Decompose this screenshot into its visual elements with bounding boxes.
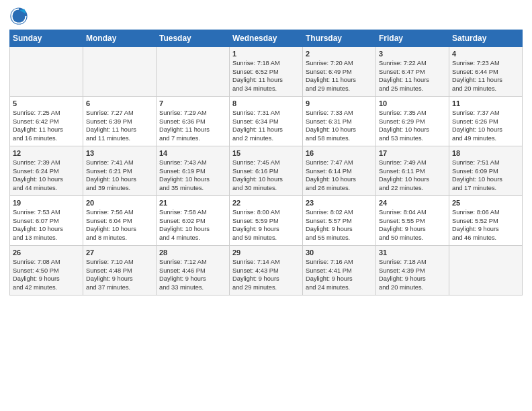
calendar-cell: 4Sunrise: 7:23 AM Sunset: 6:44 PM Daylig… bbox=[449, 47, 523, 97]
cell-content: Sunrise: 7:14 AM Sunset: 4:43 PM Dayligh… bbox=[232, 258, 300, 291]
cell-content: Sunrise: 7:56 AM Sunset: 6:04 PM Dayligh… bbox=[86, 208, 153, 242]
cell-content: Sunrise: 7:39 AM Sunset: 6:24 PM Dayligh… bbox=[13, 158, 80, 192]
day-number: 5 bbox=[13, 99, 80, 107]
calendar-cell: 25Sunrise: 8:06 AM Sunset: 5:52 PM Dayli… bbox=[449, 196, 523, 246]
cell-content: Sunrise: 7:35 AM Sunset: 6:29 PM Dayligh… bbox=[379, 109, 446, 142]
cell-content: Sunrise: 8:06 AM Sunset: 5:52 PM Dayligh… bbox=[452, 208, 519, 242]
calendar-cell: 30Sunrise: 7:16 AM Sunset: 4:41 PM Dayli… bbox=[303, 246, 376, 295]
calendar-cell: 21Sunrise: 7:58 AM Sunset: 6:02 PM Dayli… bbox=[157, 196, 230, 246]
day-number: 31 bbox=[379, 248, 446, 257]
day-number: 21 bbox=[159, 199, 226, 207]
day-number: 10 bbox=[379, 99, 446, 107]
calendar-cell: 17Sunrise: 7:49 AM Sunset: 6:11 PM Dayli… bbox=[376, 146, 449, 196]
cell-content: Sunrise: 7:22 AM Sunset: 6:47 PM Dayligh… bbox=[379, 59, 446, 93]
calendar-cell: 27Sunrise: 7:10 AM Sunset: 4:48 PM Dayli… bbox=[83, 246, 157, 295]
day-number: 28 bbox=[159, 248, 226, 257]
calendar-cell bbox=[10, 47, 83, 97]
day-number: 27 bbox=[86, 248, 153, 257]
calendar-cell: 15Sunrise: 7:45 AM Sunset: 6:16 PM Dayli… bbox=[230, 146, 303, 196]
cell-content: Sunrise: 8:02 AM Sunset: 5:57 PM Dayligh… bbox=[306, 208, 373, 242]
calendar-cell: 13Sunrise: 7:41 AM Sunset: 6:21 PM Dayli… bbox=[83, 146, 157, 196]
logo bbox=[9, 7, 30, 26]
day-number: 30 bbox=[306, 248, 373, 257]
day-header-tuesday: Tuesday bbox=[157, 30, 230, 47]
calendar-cell: 3Sunrise: 7:22 AM Sunset: 6:47 PM Daylig… bbox=[376, 47, 449, 97]
cell-content: Sunrise: 7:41 AM Sunset: 6:21 PM Dayligh… bbox=[86, 158, 153, 192]
day-number: 12 bbox=[13, 149, 80, 157]
day-header-friday: Friday bbox=[376, 30, 449, 47]
calendar-cell bbox=[83, 47, 157, 97]
day-number: 11 bbox=[452, 99, 519, 107]
day-number: 26 bbox=[13, 248, 80, 257]
header-row: SundayMondayTuesdayWednesdayThursdayFrid… bbox=[10, 30, 523, 47]
calendar-cell: 18Sunrise: 7:51 AM Sunset: 6:09 PM Dayli… bbox=[449, 146, 523, 196]
calendar-cell: 2Sunrise: 7:20 AM Sunset: 6:49 PM Daylig… bbox=[303, 47, 376, 97]
day-number: 7 bbox=[159, 99, 226, 107]
calendar-container: SundayMondayTuesdayWednesdayThursdayFrid… bbox=[0, 0, 532, 300]
cell-content: Sunrise: 7:53 AM Sunset: 6:07 PM Dayligh… bbox=[13, 208, 80, 242]
day-number: 22 bbox=[232, 199, 300, 207]
calendar-cell: 24Sunrise: 8:04 AM Sunset: 5:55 PM Dayli… bbox=[376, 196, 449, 246]
cell-content: Sunrise: 7:45 AM Sunset: 6:16 PM Dayligh… bbox=[232, 158, 300, 192]
day-number: 13 bbox=[86, 149, 153, 157]
week-row-4: 19Sunrise: 7:53 AM Sunset: 6:07 PM Dayli… bbox=[10, 196, 523, 246]
cell-content: Sunrise: 7:25 AM Sunset: 6:42 PM Dayligh… bbox=[13, 109, 80, 142]
calendar-cell: 23Sunrise: 8:02 AM Sunset: 5:57 PM Dayli… bbox=[303, 196, 376, 246]
calendar-cell: 16Sunrise: 7:47 AM Sunset: 6:14 PM Dayli… bbox=[303, 146, 376, 196]
calendar-cell: 31Sunrise: 7:18 AM Sunset: 4:39 PM Dayli… bbox=[376, 246, 449, 295]
calendar-cell: 22Sunrise: 8:00 AM Sunset: 5:59 PM Dayli… bbox=[230, 196, 303, 246]
cell-content: Sunrise: 8:04 AM Sunset: 5:55 PM Dayligh… bbox=[379, 208, 446, 242]
calendar-cell: 29Sunrise: 7:14 AM Sunset: 4:43 PM Dayli… bbox=[230, 246, 303, 295]
calendar-cell: 19Sunrise: 7:53 AM Sunset: 6:07 PM Dayli… bbox=[10, 196, 83, 246]
day-number: 19 bbox=[13, 199, 80, 207]
day-header-monday: Monday bbox=[83, 30, 157, 47]
day-header-wednesday: Wednesday bbox=[230, 30, 303, 47]
calendar-cell: 7Sunrise: 7:29 AM Sunset: 6:36 PM Daylig… bbox=[157, 97, 230, 146]
cell-content: Sunrise: 7:16 AM Sunset: 4:41 PM Dayligh… bbox=[306, 258, 373, 291]
week-row-2: 5Sunrise: 7:25 AM Sunset: 6:42 PM Daylig… bbox=[10, 97, 523, 146]
day-number: 16 bbox=[306, 149, 373, 157]
cell-content: Sunrise: 7:33 AM Sunset: 6:31 PM Dayligh… bbox=[306, 109, 373, 142]
calendar-cell: 20Sunrise: 7:56 AM Sunset: 6:04 PM Dayli… bbox=[83, 196, 157, 246]
calendar-cell: 28Sunrise: 7:12 AM Sunset: 4:46 PM Dayli… bbox=[157, 246, 230, 295]
day-number: 9 bbox=[306, 99, 373, 107]
day-number: 4 bbox=[452, 50, 519, 58]
cell-content: Sunrise: 7:27 AM Sunset: 6:39 PM Dayligh… bbox=[86, 109, 153, 142]
cell-content: Sunrise: 7:18 AM Sunset: 6:52 PM Dayligh… bbox=[232, 59, 300, 93]
day-number: 6 bbox=[86, 99, 153, 107]
calendar-cell: 10Sunrise: 7:35 AM Sunset: 6:29 PM Dayli… bbox=[376, 97, 449, 146]
calendar-cell: 14Sunrise: 7:43 AM Sunset: 6:19 PM Dayli… bbox=[157, 146, 230, 196]
cell-content: Sunrise: 8:00 AM Sunset: 5:59 PM Dayligh… bbox=[232, 208, 300, 242]
logo-icon bbox=[9, 7, 28, 26]
day-number: 29 bbox=[232, 248, 300, 257]
cell-content: Sunrise: 7:29 AM Sunset: 6:36 PM Dayligh… bbox=[159, 109, 226, 142]
cell-content: Sunrise: 7:43 AM Sunset: 6:19 PM Dayligh… bbox=[159, 158, 226, 192]
header bbox=[9, 7, 523, 26]
calendar-cell: 5Sunrise: 7:25 AM Sunset: 6:42 PM Daylig… bbox=[10, 97, 83, 146]
calendar-cell: 9Sunrise: 7:33 AM Sunset: 6:31 PM Daylig… bbox=[303, 97, 376, 146]
calendar-cell: 8Sunrise: 7:31 AM Sunset: 6:34 PM Daylig… bbox=[230, 97, 303, 146]
calendar-cell bbox=[157, 47, 230, 97]
cell-content: Sunrise: 7:08 AM Sunset: 4:50 PM Dayligh… bbox=[13, 258, 80, 291]
week-row-5: 26Sunrise: 7:08 AM Sunset: 4:50 PM Dayli… bbox=[10, 246, 523, 295]
cell-content: Sunrise: 7:31 AM Sunset: 6:34 PM Dayligh… bbox=[232, 109, 300, 142]
cell-content: Sunrise: 7:12 AM Sunset: 4:46 PM Dayligh… bbox=[159, 258, 226, 291]
cell-content: Sunrise: 7:51 AM Sunset: 6:09 PM Dayligh… bbox=[452, 158, 519, 192]
calendar-cell: 1Sunrise: 7:18 AM Sunset: 6:52 PM Daylig… bbox=[230, 47, 303, 97]
cell-content: Sunrise: 7:10 AM Sunset: 4:48 PM Dayligh… bbox=[86, 258, 153, 291]
calendar-cell: 11Sunrise: 7:37 AM Sunset: 6:26 PM Dayli… bbox=[449, 97, 523, 146]
calendar-cell: 26Sunrise: 7:08 AM Sunset: 4:50 PM Dayli… bbox=[10, 246, 83, 295]
day-number: 20 bbox=[86, 199, 153, 207]
cell-content: Sunrise: 7:20 AM Sunset: 6:49 PM Dayligh… bbox=[306, 59, 373, 93]
day-header-saturday: Saturday bbox=[449, 30, 523, 47]
week-row-3: 12Sunrise: 7:39 AM Sunset: 6:24 PM Dayli… bbox=[10, 146, 523, 196]
day-number: 15 bbox=[232, 149, 300, 157]
calendar-cell bbox=[449, 246, 523, 295]
calendar-cell: 6Sunrise: 7:27 AM Sunset: 6:39 PM Daylig… bbox=[83, 97, 157, 146]
cell-content: Sunrise: 7:23 AM Sunset: 6:44 PM Dayligh… bbox=[452, 59, 519, 93]
cell-content: Sunrise: 7:18 AM Sunset: 4:39 PM Dayligh… bbox=[379, 258, 446, 291]
week-row-1: 1Sunrise: 7:18 AM Sunset: 6:52 PM Daylig… bbox=[10, 47, 523, 97]
cell-content: Sunrise: 7:47 AM Sunset: 6:14 PM Dayligh… bbox=[306, 158, 373, 192]
day-number: 18 bbox=[452, 149, 519, 157]
day-number: 3 bbox=[379, 50, 446, 58]
